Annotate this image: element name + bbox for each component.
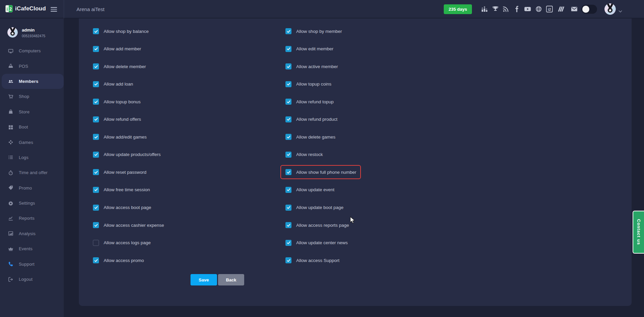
checkbox-allow-shop-by-member[interactable] [285, 28, 291, 34]
sidebar-item-support[interactable]: Support [0, 256, 64, 271]
checkbox-allow-add-loan[interactable] [93, 81, 99, 87]
chevron-down-icon[interactable] [619, 8, 622, 14]
sidebar-item-games[interactable]: Games [0, 135, 64, 150]
back-button[interactable]: Back [218, 274, 244, 285]
checkbox-allow-edit-member[interactable] [285, 46, 291, 52]
permission-label: Allow restock [296, 152, 323, 157]
medal-avatar-icon [7, 27, 18, 38]
icafe-logo-icon[interactable]: i2 [546, 5, 553, 13]
checkbox-allow-active-member[interactable] [285, 63, 291, 69]
layers-icon[interactable] [557, 5, 565, 13]
sidebar-item-label: Promo [19, 186, 32, 191]
permission-row-allow-shop-by-balance: Allow shop by balance [93, 28, 149, 35]
sidebar-item-logout[interactable]: Logout [0, 272, 64, 287]
checkbox-allow-access-boot-page[interactable] [93, 205, 99, 211]
permission-row-allow-add-loan: Allow add loan [93, 81, 133, 88]
sidebar-item-boot[interactable]: Boot [0, 119, 64, 135]
permission-row-allow-free-time-session: Allow free time session [93, 187, 150, 193]
cart-icon [8, 94, 13, 99]
permission-label: Allow refund product [296, 117, 337, 122]
permission-row-allow-access-logs-page: Allow access logs page [93, 240, 151, 246]
facebook-icon[interactable] [513, 5, 521, 13]
checkbox-allow-topup-coins[interactable] [285, 81, 291, 87]
theme-toggle[interactable] [581, 5, 597, 14]
sidebar-item-computers[interactable]: Computers [0, 43, 64, 58]
youtube-icon[interactable] [524, 5, 531, 13]
chart-icon [8, 215, 13, 221]
permission-label: Allow show full phone number [296, 170, 356, 175]
contact-us-tab[interactable]: Contact us [633, 211, 644, 254]
permission-label: Allow delete member [104, 64, 146, 69]
permission-row-allow-delete-member: Allow delete member [93, 63, 146, 70]
checkbox-allow-delete-member[interactable] [93, 63, 99, 69]
checkbox-allow-access-support[interactable] [285, 257, 291, 263]
permission-label: Allow refund offers [104, 117, 141, 122]
sidebar-item-shop[interactable]: Shop [0, 89, 64, 104]
permission-label: Allow reset password [104, 170, 147, 175]
checkbox-allow-show-full-phone-number[interactable] [285, 169, 291, 175]
permission-row-allow-update-center-news: Allow update center news [285, 240, 348, 246]
permission-label: Allow add loan [104, 82, 133, 87]
sidebar-item-members[interactable]: Members [2, 74, 64, 89]
menu-toggle-icon[interactable] [51, 7, 57, 13]
checkbox-allow-add-member[interactable] [93, 46, 99, 52]
sidebar-item-label: Store [19, 109, 30, 114]
brand-logo[interactable]: i 2 iCafeCloud [5, 5, 46, 12]
checkbox-allow-free-time-session[interactable] [93, 187, 99, 193]
timer-icon [8, 170, 13, 175]
checkbox-allow-access-cashier-expense[interactable] [93, 222, 99, 228]
ranking-icon[interactable] [481, 5, 488, 13]
sidebar-item-label: Analysis [19, 231, 36, 236]
mail-icon[interactable] [571, 5, 578, 13]
checkbox-allow-access-reports-page[interactable] [285, 222, 291, 228]
checkbox-allow-refund-product[interactable] [285, 116, 291, 122]
logs-icon [8, 155, 13, 160]
trophy-icon[interactable] [492, 5, 499, 13]
user-block[interactable]: admin 005193482475 [7, 27, 45, 38]
sidebar-item-reports[interactable]: Reports [0, 211, 64, 226]
sidebar-item-logs[interactable]: Logs [0, 150, 64, 165]
checkbox-allow-reset-password[interactable] [93, 169, 99, 175]
sidebar-avatar [7, 27, 18, 38]
checkbox-allow-access-logs-page[interactable] [93, 240, 99, 246]
toggle-knob [582, 6, 589, 13]
page-title: Arena aiTest [76, 6, 104, 12]
sidebar-item-pos[interactable]: POS [0, 58, 64, 73]
checkbox-allow-access-promo[interactable] [93, 257, 99, 263]
checkbox-allow-restock[interactable] [285, 152, 291, 158]
save-button[interactable]: Save [191, 274, 217, 285]
permission-row-allow-edit-member: Allow edit member [285, 46, 333, 52]
checkbox-allow-update-center-news[interactable] [285, 240, 291, 246]
checkbox-allow-update-event[interactable] [285, 187, 291, 193]
checkbox-allow-topup-bonus[interactable] [93, 99, 99, 105]
checkbox-allow-shop-by-balance[interactable] [93, 28, 99, 34]
sidebar: admin 005193482475 Computers POS Members… [0, 18, 64, 317]
sidebar-item-time-and-offer[interactable]: Time and offer [0, 165, 64, 180]
rss-icon[interactable] [502, 5, 509, 13]
sidebar-item-label: Logout [19, 277, 33, 282]
sidebar-item-label: Games [19, 140, 33, 145]
sidebar-item-label: Boot [19, 124, 28, 129]
user-avatar[interactable] [604, 3, 616, 15]
checkbox-allow-refund-topup[interactable] [285, 99, 291, 105]
sidebar-item-promo[interactable]: Promo [0, 180, 64, 196]
permission-label: Allow access boot page [104, 205, 151, 210]
svg-text:i: i [7, 6, 8, 12]
checkbox-allow-update-boot-page[interactable] [285, 205, 291, 211]
members-icon [8, 78, 13, 84]
sidebar-item-events[interactable]: Events [0, 241, 64, 256]
sidebar-item-label: Members [19, 79, 38, 84]
contact-us-label: Contact us [636, 219, 641, 245]
globe-icon[interactable] [535, 5, 542, 13]
checkbox-allow-add-edit-games[interactable] [93, 134, 99, 140]
checkbox-allow-refund-offers[interactable] [93, 116, 99, 122]
sidebar-item-store[interactable]: Store [0, 104, 64, 119]
checkbox-allow-update-products-offers[interactable] [93, 152, 99, 158]
monitor-icon [8, 48, 13, 54]
sidebar-item-settings[interactable]: Settings [0, 196, 64, 211]
checkbox-allow-delete-games[interactable] [285, 134, 291, 140]
sidebar-item-analysis[interactable]: Analysis [0, 226, 64, 241]
permission-row-allow-add-member: Allow add member [93, 46, 141, 52]
sidebar-item-label: Reports [19, 216, 35, 221]
subscription-days-badge[interactable]: 235 days [444, 4, 472, 14]
